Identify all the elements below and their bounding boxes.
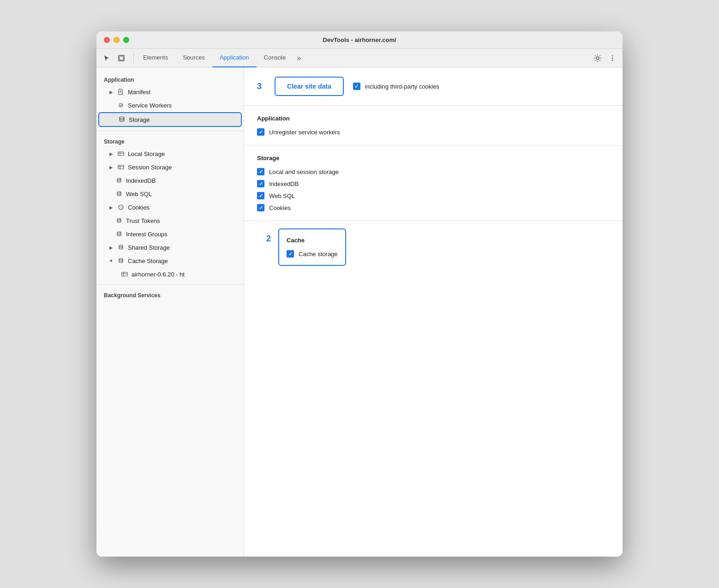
websql-checkbox[interactable] xyxy=(257,192,264,199)
step2-label: 2 xyxy=(266,234,271,243)
cache-entry-icon xyxy=(120,270,129,278)
tab-console[interactable]: Console xyxy=(257,49,294,67)
titlebar: DevTools - airhorner.com/ xyxy=(96,31,623,49)
sidebar-item-cache-storage[interactable]: ▼ Cache Storage xyxy=(98,254,242,267)
tab-divider xyxy=(133,53,134,64)
svg-point-25 xyxy=(117,218,121,220)
svg-point-26 xyxy=(117,232,121,233)
tab-sources[interactable]: Sources xyxy=(175,49,212,67)
storage-icon xyxy=(118,115,126,124)
tab-application[interactable]: Application xyxy=(212,49,257,67)
shared-storage-arrow-icon: ▶ xyxy=(108,244,115,251)
cookies-arrow-icon: ▶ xyxy=(108,204,115,211)
sidebar-section-background: Background Services xyxy=(96,288,244,300)
sidebar-item-storage[interactable]: Storage xyxy=(98,112,242,127)
third-party-cookies-label: including third-party cookies xyxy=(365,83,439,90)
cache-entry-label: airhorner-0.6.20 - ht xyxy=(132,271,185,278)
clear-site-data-button-wrapper: Clear site data xyxy=(275,77,344,96)
unregister-sw-row: Unregister service workers xyxy=(257,128,610,136)
indexeddb-label: IndexedDB xyxy=(269,180,299,187)
clear-site-data-area: 3 Clear site data including third-party … xyxy=(244,67,623,106)
close-button[interactable] xyxy=(104,37,110,43)
tab-more[interactable]: » xyxy=(293,49,305,67)
sidebar-item-local-storage[interactable]: ▶ Local Storage xyxy=(98,147,242,160)
sidebar-item-websql[interactable]: Web SQL xyxy=(98,187,242,200)
application-section: Application Unregister service workers xyxy=(244,106,623,145)
devtools-window: DevTools - airhorner.com/ Elements Sourc… xyxy=(96,31,623,557)
step3-label: 3 xyxy=(257,82,262,91)
svg-point-23 xyxy=(120,208,121,209)
tabbar: Elements Sources Application Console » xyxy=(96,49,623,67)
sidebar-item-manifest[interactable]: ▶ Manifest xyxy=(98,85,242,98)
manifest-label: Manifest xyxy=(128,89,150,96)
local-storage-arrow-icon: ▶ xyxy=(108,150,115,157)
sidebar-item-trust-tokens[interactable]: Trust Tokens xyxy=(98,214,242,227)
local-session-storage-label: Local and session storage xyxy=(269,168,339,175)
local-session-storage-checkbox[interactable] xyxy=(257,168,264,175)
sidebar-section-storage: Storage xyxy=(96,135,244,147)
sidebar-item-cache-entry[interactable]: airhorner-0.6.20 - ht xyxy=(98,268,242,281)
sidebar-item-service-workers[interactable]: Service Workers xyxy=(98,99,242,112)
storage-label: Storage xyxy=(129,116,150,123)
cache-section-highlight: Cache Cache storage xyxy=(278,228,346,266)
svg-point-4 xyxy=(612,57,613,58)
local-session-storage-row: Local and session storage xyxy=(257,168,610,175)
window-title: DevTools - airhorner.com/ xyxy=(323,36,396,43)
cookies-icon xyxy=(117,203,125,211)
sidebar-item-shared-storage[interactable]: ▶ Shared Storage xyxy=(98,241,242,254)
cache-storage-checkbox[interactable] xyxy=(287,250,294,258)
shared-storage-icon xyxy=(117,243,125,252)
clear-site-data-button[interactable]: Clear site data xyxy=(277,79,342,94)
cookies-row: Cookies xyxy=(257,204,610,211)
sidebar-item-interest-groups[interactable]: Interest Groups xyxy=(98,228,242,240)
cache-section-title: Cache xyxy=(287,237,338,244)
storage-section-title: Storage xyxy=(257,155,610,162)
tabbar-right xyxy=(591,52,619,65)
svg-point-24 xyxy=(122,207,123,208)
traffic-lights xyxy=(104,37,129,43)
sidebar-item-indexeddb[interactable]: IndexedDB xyxy=(98,174,242,187)
sidebar-divider-2 xyxy=(96,284,244,285)
storage-section: Storage Local and session storage Indexe… xyxy=(244,145,623,221)
third-party-cookies-row: including third-party cookies xyxy=(353,83,439,90)
frame-icon[interactable] xyxy=(115,52,128,65)
svg-point-28 xyxy=(119,258,123,260)
interest-groups-label: Interest Groups xyxy=(126,231,168,238)
session-storage-arrow-icon: ▶ xyxy=(108,163,115,171)
sidebar: Application ▶ Manifest xyxy=(96,67,244,557)
local-storage-icon xyxy=(117,150,125,158)
svg-point-20 xyxy=(119,205,123,210)
maximize-button[interactable] xyxy=(123,37,129,43)
svg-point-3 xyxy=(612,55,613,56)
svg-rect-29 xyxy=(122,272,127,276)
cursor-icon[interactable] xyxy=(100,52,113,65)
svg-point-22 xyxy=(121,206,122,207)
minimize-button[interactable] xyxy=(114,37,120,43)
tabbar-icons xyxy=(100,52,128,65)
menu-icon[interactable] xyxy=(606,52,619,65)
svg-point-11 xyxy=(120,117,124,119)
cookies-checkbox[interactable] xyxy=(257,204,264,211)
session-storage-label: Session Storage xyxy=(128,164,172,171)
websql-label: Web SQL xyxy=(269,192,295,199)
unregister-sw-label: Unregister service workers xyxy=(269,129,340,136)
shared-storage-label: Shared Storage xyxy=(128,244,170,251)
svg-point-2 xyxy=(596,57,599,60)
settings-icon[interactable] xyxy=(591,52,604,65)
cache-storage-content-label: Cache storage xyxy=(299,251,338,258)
content-panel: 3 Clear site data including third-party … xyxy=(244,67,623,557)
svg-rect-1 xyxy=(120,56,123,60)
indexeddb-checkbox[interactable] xyxy=(257,180,264,187)
svg-rect-12 xyxy=(118,152,124,156)
third-party-cookies-checkbox[interactable] xyxy=(353,83,360,90)
svg-point-21 xyxy=(120,206,120,207)
sidebar-item-session-storage[interactable]: ▶ Session Storage xyxy=(98,161,242,174)
unregister-sw-checkbox[interactable] xyxy=(257,128,264,136)
tab-elements[interactable]: Elements xyxy=(136,49,175,67)
cookies-label: Cookies xyxy=(269,204,291,211)
sidebar-item-cookies[interactable]: ▶ Cookies xyxy=(98,201,242,214)
service-workers-label: Service Workers xyxy=(128,102,172,109)
svg-rect-15 xyxy=(118,165,124,169)
svg-point-27 xyxy=(119,245,123,246)
trust-tokens-icon xyxy=(115,216,123,225)
